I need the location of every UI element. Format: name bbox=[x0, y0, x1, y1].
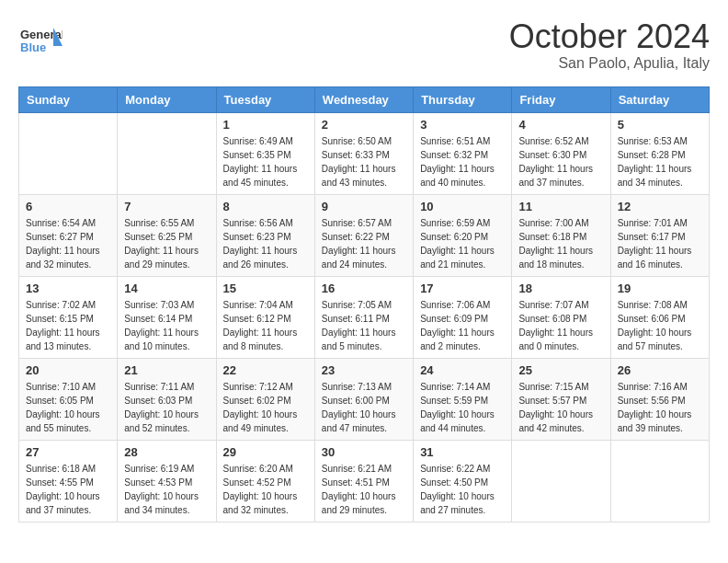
cell-content: Sunrise: 6:59 AM Sunset: 6:20 PM Dayligh… bbox=[420, 216, 505, 271]
day-header-sunday: Sunday bbox=[19, 86, 118, 112]
calendar-cell: 9Sunrise: 6:57 AM Sunset: 6:22 PM Daylig… bbox=[314, 194, 413, 276]
calendar-cell: 17Sunrise: 7:06 AM Sunset: 6:09 PM Dayli… bbox=[414, 276, 512, 358]
calendar-cell bbox=[118, 112, 216, 194]
title-block: October 2024 San Paolo, Apulia, Italy bbox=[509, 18, 710, 72]
day-number: 10 bbox=[420, 200, 505, 213]
calendar-cell: 15Sunrise: 7:04 AM Sunset: 6:12 PM Dayli… bbox=[216, 276, 314, 358]
calendar-cell: 12Sunrise: 7:01 AM Sunset: 6:17 PM Dayli… bbox=[610, 194, 709, 276]
day-header-monday: Monday bbox=[118, 86, 216, 112]
day-header-tuesday: Tuesday bbox=[216, 86, 314, 112]
calendar-cell: 20Sunrise: 7:10 AM Sunset: 6:05 PM Dayli… bbox=[19, 358, 118, 440]
week-row-2: 6Sunrise: 6:54 AM Sunset: 6:27 PM Daylig… bbox=[19, 194, 710, 276]
cell-content: Sunrise: 6:50 AM Sunset: 6:33 PM Dayligh… bbox=[322, 134, 406, 190]
day-header-wednesday: Wednesday bbox=[314, 86, 413, 112]
day-number: 7 bbox=[124, 200, 209, 213]
cell-content: Sunrise: 6:53 AM Sunset: 6:28 PM Dayligh… bbox=[618, 134, 702, 190]
cell-content: Sunrise: 7:11 AM Sunset: 6:03 PM Dayligh… bbox=[124, 380, 209, 435]
cell-content: Sunrise: 6:55 AM Sunset: 6:25 PM Dayligh… bbox=[124, 216, 209, 271]
cell-content: Sunrise: 7:07 AM Sunset: 6:08 PM Dayligh… bbox=[518, 298, 603, 353]
day-number: 25 bbox=[518, 363, 603, 377]
day-number: 5 bbox=[618, 118, 702, 132]
cell-content: Sunrise: 7:06 AM Sunset: 6:09 PM Dayligh… bbox=[420, 298, 505, 353]
calendar-cell: 13Sunrise: 7:02 AM Sunset: 6:15 PM Dayli… bbox=[19, 276, 118, 358]
calendar-cell: 8Sunrise: 6:56 AM Sunset: 6:23 PM Daylig… bbox=[216, 194, 314, 276]
calendar-header: SundayMondayTuesdayWednesdayThursdayFrid… bbox=[19, 86, 710, 112]
calendar-cell: 24Sunrise: 7:14 AM Sunset: 5:59 PM Dayli… bbox=[414, 358, 512, 440]
cell-content: Sunrise: 6:51 AM Sunset: 6:32 PM Dayligh… bbox=[420, 134, 505, 190]
calendar-cell: 28Sunrise: 6:19 AM Sunset: 4:53 PM Dayli… bbox=[118, 440, 216, 522]
calendar-cell: 23Sunrise: 7:13 AM Sunset: 6:00 PM Dayli… bbox=[314, 358, 413, 440]
cell-content: Sunrise: 7:01 AM Sunset: 6:17 PM Dayligh… bbox=[618, 216, 702, 271]
calendar-cell: 5Sunrise: 6:53 AM Sunset: 6:28 PM Daylig… bbox=[610, 112, 709, 194]
cell-content: Sunrise: 7:13 AM Sunset: 6:00 PM Dayligh… bbox=[322, 380, 406, 435]
day-number: 27 bbox=[26, 445, 110, 459]
day-header-saturday: Saturday bbox=[610, 86, 709, 112]
cell-content: Sunrise: 6:54 AM Sunset: 6:27 PM Dayligh… bbox=[26, 216, 110, 271]
calendar-cell bbox=[512, 440, 610, 522]
calendar-cell: 1Sunrise: 6:49 AM Sunset: 6:35 PM Daylig… bbox=[216, 112, 314, 194]
calendar-cell bbox=[19, 112, 118, 194]
calendar-cell: 22Sunrise: 7:12 AM Sunset: 6:02 PM Dayli… bbox=[216, 358, 314, 440]
day-number: 9 bbox=[322, 200, 406, 213]
svg-text:Blue: Blue bbox=[20, 40, 46, 54]
day-number: 14 bbox=[124, 282, 209, 295]
calendar-table: SundayMondayTuesdayWednesdayThursdayFrid… bbox=[18, 86, 710, 523]
cell-content: Sunrise: 7:08 AM Sunset: 6:06 PM Dayligh… bbox=[618, 298, 702, 353]
day-number: 24 bbox=[420, 363, 505, 377]
day-number: 28 bbox=[124, 445, 209, 459]
calendar-cell: 3Sunrise: 6:51 AM Sunset: 6:32 PM Daylig… bbox=[414, 112, 512, 194]
week-row-1: 1Sunrise: 6:49 AM Sunset: 6:35 PM Daylig… bbox=[19, 112, 710, 194]
day-number: 13 bbox=[26, 282, 110, 295]
calendar-cell: 16Sunrise: 7:05 AM Sunset: 6:11 PM Dayli… bbox=[314, 276, 413, 358]
cell-content: Sunrise: 7:14 AM Sunset: 5:59 PM Dayligh… bbox=[420, 380, 505, 435]
logo-icon: General Blue bbox=[18, 18, 63, 63]
week-row-3: 13Sunrise: 7:02 AM Sunset: 6:15 PM Dayli… bbox=[19, 276, 710, 358]
calendar-cell bbox=[610, 440, 709, 522]
cell-content: Sunrise: 7:16 AM Sunset: 5:56 PM Dayligh… bbox=[618, 380, 702, 435]
cell-content: Sunrise: 6:57 AM Sunset: 6:22 PM Dayligh… bbox=[322, 216, 406, 271]
calendar-cell: 31Sunrise: 6:22 AM Sunset: 4:50 PM Dayli… bbox=[414, 440, 512, 522]
day-number: 12 bbox=[618, 200, 702, 213]
calendar-cell: 2Sunrise: 6:50 AM Sunset: 6:33 PM Daylig… bbox=[314, 112, 413, 194]
week-row-4: 20Sunrise: 7:10 AM Sunset: 6:05 PM Dayli… bbox=[19, 358, 710, 440]
day-number: 26 bbox=[618, 363, 702, 377]
cell-content: Sunrise: 6:19 AM Sunset: 4:53 PM Dayligh… bbox=[124, 462, 209, 517]
calendar-cell: 21Sunrise: 7:11 AM Sunset: 6:03 PM Dayli… bbox=[118, 358, 216, 440]
day-number: 19 bbox=[618, 282, 702, 295]
calendar-cell: 11Sunrise: 7:00 AM Sunset: 6:18 PM Dayli… bbox=[512, 194, 610, 276]
cell-content: Sunrise: 6:20 AM Sunset: 4:52 PM Dayligh… bbox=[223, 462, 308, 517]
cell-content: Sunrise: 7:10 AM Sunset: 6:05 PM Dayligh… bbox=[26, 380, 110, 435]
day-number: 1 bbox=[223, 118, 308, 132]
calendar-body: 1Sunrise: 6:49 AM Sunset: 6:35 PM Daylig… bbox=[19, 112, 710, 522]
calendar-cell: 6Sunrise: 6:54 AM Sunset: 6:27 PM Daylig… bbox=[19, 194, 118, 276]
day-number: 18 bbox=[518, 282, 603, 295]
calendar-cell: 25Sunrise: 7:15 AM Sunset: 5:57 PM Dayli… bbox=[512, 358, 610, 440]
cell-content: Sunrise: 6:52 AM Sunset: 6:30 PM Dayligh… bbox=[518, 134, 603, 190]
day-number: 20 bbox=[26, 363, 110, 377]
cell-content: Sunrise: 7:15 AM Sunset: 5:57 PM Dayligh… bbox=[518, 380, 603, 435]
cell-content: Sunrise: 7:04 AM Sunset: 6:12 PM Dayligh… bbox=[223, 298, 308, 353]
subtitle: San Paolo, Apulia, Italy bbox=[509, 55, 710, 72]
cell-content: Sunrise: 7:00 AM Sunset: 6:18 PM Dayligh… bbox=[518, 216, 603, 271]
day-number: 4 bbox=[518, 118, 603, 132]
cell-content: Sunrise: 7:02 AM Sunset: 6:15 PM Dayligh… bbox=[26, 298, 110, 353]
day-number: 23 bbox=[322, 363, 406, 377]
logo: General Blue bbox=[18, 18, 63, 63]
header-row: SundayMondayTuesdayWednesdayThursdayFrid… bbox=[19, 86, 710, 112]
month-title: October 2024 bbox=[509, 18, 710, 55]
day-number: 2 bbox=[322, 118, 406, 132]
calendar-cell: 7Sunrise: 6:55 AM Sunset: 6:25 PM Daylig… bbox=[118, 194, 216, 276]
day-number: 30 bbox=[322, 445, 406, 459]
day-number: 31 bbox=[420, 445, 505, 459]
calendar-cell: 14Sunrise: 7:03 AM Sunset: 6:14 PM Dayli… bbox=[118, 276, 216, 358]
day-header-thursday: Thursday bbox=[414, 86, 512, 112]
cell-content: Sunrise: 6:49 AM Sunset: 6:35 PM Dayligh… bbox=[223, 134, 308, 190]
cell-content: Sunrise: 6:56 AM Sunset: 6:23 PM Dayligh… bbox=[223, 216, 308, 271]
day-number: 15 bbox=[223, 282, 308, 295]
header: General Blue October 2024 San Paolo, Apu… bbox=[18, 18, 710, 72]
calendar-cell: 4Sunrise: 6:52 AM Sunset: 6:30 PM Daylig… bbox=[512, 112, 610, 194]
cell-content: Sunrise: 6:21 AM Sunset: 4:51 PM Dayligh… bbox=[322, 462, 406, 517]
day-number: 11 bbox=[518, 200, 603, 213]
calendar-cell: 26Sunrise: 7:16 AM Sunset: 5:56 PM Dayli… bbox=[610, 358, 709, 440]
day-number: 16 bbox=[322, 282, 406, 295]
